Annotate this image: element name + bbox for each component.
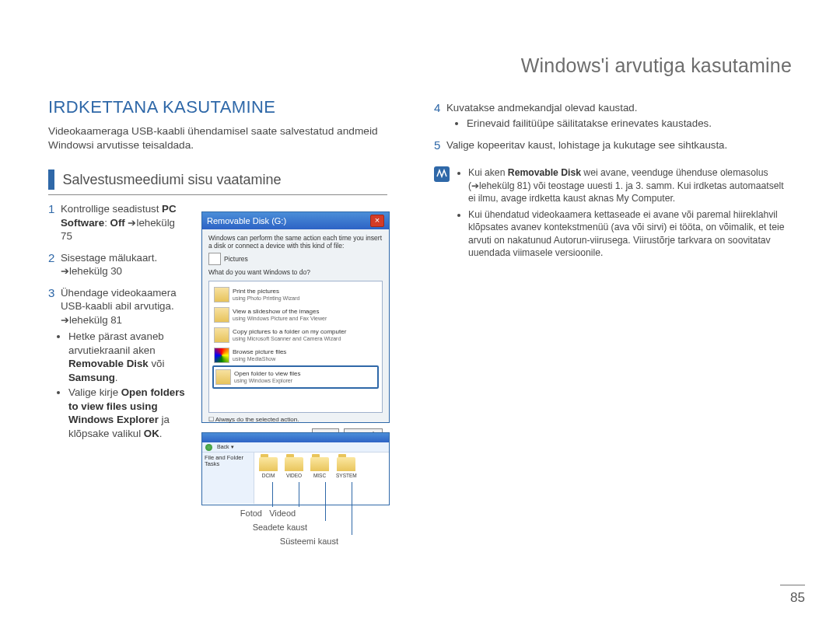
mediashow-icon: [214, 348, 229, 363]
step-3-b2-d: OK: [144, 428, 159, 439]
step-2: 2 Sisestage mälukaart. ➔lehekülg 30: [48, 251, 188, 278]
callouts: Fotod Videod Seadete kaust Süsteemi kaus…: [229, 507, 338, 547]
dialog-checkbox-row: ☐ Always do the selected action.: [208, 416, 383, 424]
callout-fotod: Fotod: [229, 507, 262, 519]
explorer-titlebar: [202, 433, 389, 442]
folder-label-1: VIDEO: [286, 473, 302, 478]
subheading-rule: [48, 194, 387, 195]
dialog-pictures: Pictures: [224, 255, 248, 263]
step-3-b2: Valige kirje Open folders to view files …: [68, 386, 188, 440]
step-3-b1-c: või: [149, 358, 165, 369]
opt5-t: Open folder to view files: [234, 370, 300, 377]
step-4-num: 4: [434, 101, 446, 131]
note-b1: Kui aken Removable Disk wei avane, veend…: [468, 166, 788, 205]
subheading-block: Salvestusmeediumi sisu vaatamine: [48, 169, 387, 195]
step-3-b2-e: .: [159, 428, 163, 439]
explorer-sidebar: File and Folder Tasks: [202, 453, 254, 504]
folder-label-2: MISC: [313, 473, 326, 478]
step-3: 3 Ühendage videokaamera USB-kaabli abil …: [48, 286, 188, 442]
opt4-s: using MediaShow: [233, 355, 377, 362]
folder-label-3: SYSTEM: [336, 473, 357, 478]
step-5: 5 Valige kopeeritav kaust, lohistage ja …: [434, 138, 788, 152]
dialog-question: What do you want Windows to do?: [208, 268, 383, 276]
note-box: Kui aken Removable Disk wei avane, veend…: [434, 166, 788, 263]
callout-line: [352, 482, 352, 535]
close-icon: ×: [370, 215, 384, 227]
opt3-t: Copy pictures to a folder on my computer: [233, 328, 346, 335]
explorer-toolbar: Back ▾: [202, 442, 389, 453]
folder-icon: [259, 457, 278, 471]
step-1: 1 Kontrollige seadistust PC Software: Of…: [48, 202, 188, 243]
dialog-title: Removable Disk (G:): [207, 216, 286, 225]
opt4-t: Browse picture files: [233, 348, 286, 355]
accent-bar: [48, 169, 54, 190]
step-3-b1-a: Hetke pärast avaneb arvutiekraanil aken: [68, 330, 164, 356]
step-1-b2: Off: [110, 217, 125, 229]
folder-icon: [215, 369, 231, 385]
callout-videod: Videod: [269, 508, 296, 518]
dialog-opt-3: Copy pictures to a folder on my computer…: [212, 325, 379, 345]
folder-video: VIDEO: [285, 457, 303, 478]
folder-icon: [310, 457, 329, 471]
folder-misc: MISC: [310, 457, 329, 478]
step-3-b1-e: .: [115, 372, 118, 383]
step-3-b1-b: Removable Disk: [68, 358, 149, 369]
folder-icon: [285, 457, 303, 471]
slideshow-icon: [214, 307, 229, 323]
opt3-s: using Microsoft Scanner and Camera Wizar…: [233, 335, 377, 342]
step-2-body: Sisestage mälukaart. ➔lehekülg 30: [61, 251, 188, 278]
opt2-s: using Windows Picture and Fax Viewer: [233, 315, 377, 322]
step-5-num: 5: [434, 138, 446, 152]
step-1-body: Kontrollige seadistust PC Software: Off …: [61, 202, 188, 243]
explorer-window-screenshot: Back ▾ File and Folder Tasks DCIM VIDEO …: [201, 432, 390, 505]
print-icon: [214, 287, 229, 302]
section-heading: IRDKETTANA KASUTAMINE: [48, 97, 275, 117]
toolbar-text: Back ▾: [217, 444, 234, 450]
callout-systeemi: Süsteemi kaust: [229, 535, 338, 547]
folder-dcim: DCIM: [259, 457, 278, 478]
note-text: Kui aken Removable Disk wei avane, veend…: [457, 166, 788, 263]
note-b1-b: Removable Disk: [508, 167, 581, 178]
step-3-b1-d: Samsung: [68, 372, 115, 383]
step-4-b1: Erinevaid failitüüpe säilitatakse erinev…: [467, 117, 788, 131]
dialog-option-list: Print the picturesusing Photo Printing W…: [208, 281, 383, 413]
callout-line: [272, 482, 273, 507]
opt1-t: Print the pictures: [233, 288, 279, 295]
dialog-titlebar: Removable Disk (G:) ×: [202, 212, 389, 229]
opt1-s: using Photo Printing Wizard: [233, 295, 377, 302]
step-4-bullets: Erinevaid failitüüpe säilitatakse erinev…: [459, 117, 788, 131]
explorer-folders: DCIM VIDEO MISC SYSTEM: [254, 453, 389, 504]
note-icon: [434, 166, 450, 182]
intro-text: Videokaameraga USB-kaabli ühendamisel sa…: [48, 124, 383, 152]
callout-seadete: Seadete kaust: [229, 521, 307, 533]
step-3-b1: Hetke pärast avaneb arvutiekraanil aken …: [68, 330, 188, 384]
step-1-text-b: :: [104, 217, 110, 229]
page-number: 85: [790, 590, 805, 606]
steps-left: 1 Kontrollige seadistust PC Software: Of…: [48, 202, 188, 449]
step-3-b2-a: Valige kirje: [68, 386, 121, 398]
step-3-text: Ühendage videokaamera USB-kaabli abil ar…: [61, 287, 177, 326]
folder-icon: [337, 457, 355, 471]
dialog-line1: Windows can perform the same action each…: [208, 234, 383, 250]
dialog-opt-2: View a slideshow of the imagesusing Wind…: [212, 305, 379, 325]
folder-system: SYSTEM: [336, 457, 357, 478]
dialog-chk-label: Always do the selected action.: [215, 416, 299, 423]
note-b1-a: Kui aken: [468, 167, 508, 178]
explorer-main: File and Folder Tasks DCIM VIDEO MISC SY…: [202, 453, 389, 504]
dialog-opt-4: Browse picture filesusing MediaShow: [212, 345, 379, 365]
step-1-text-a: Kontrollige seadistust: [61, 203, 162, 215]
callout-line: [299, 482, 299, 507]
step-3-num: 3: [48, 286, 61, 442]
page-title: Windows'i arvutiga kasutamine: [521, 54, 792, 77]
dialog-opt-1: Print the picturesusing Photo Printing W…: [212, 285, 379, 305]
step-4-text: Kuvatakse andmekandjal olevad kaustad.: [446, 102, 637, 114]
opt5-s: using Windows Explorer: [234, 377, 376, 384]
page-rule: [780, 585, 805, 585]
note-b2: Kui ühendatud videokaamera kettaseade ei…: [468, 208, 788, 260]
autoplay-dialog-screenshot: Removable Disk (G:) × Windows can perfor…: [201, 211, 390, 423]
back-icon: [205, 444, 212, 451]
step-4-body: Kuvatakse andmekandjal olevad kaustad. E…: [446, 101, 788, 131]
step-3-body: Ühendage videokaamera USB-kaabli abil ar…: [61, 286, 188, 442]
subheading-text: Salvestusmeediumi sisu vaatamine: [62, 172, 281, 188]
step-4: 4 Kuvatakse andmekandjal olevad kaustad.…: [434, 101, 788, 131]
